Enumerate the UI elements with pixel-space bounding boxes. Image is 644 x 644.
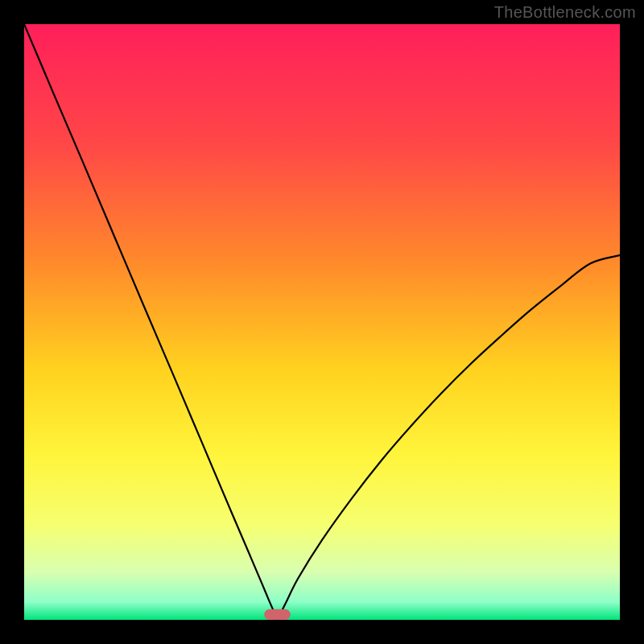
plot-area	[24, 24, 620, 620]
gradient-background	[24, 24, 620, 620]
chart-svg	[24, 24, 620, 620]
watermark-text: TheBottleneck.com	[494, 3, 636, 22]
chart-container: TheBottleneck.com	[0, 0, 644, 644]
min-marker	[264, 609, 291, 620]
